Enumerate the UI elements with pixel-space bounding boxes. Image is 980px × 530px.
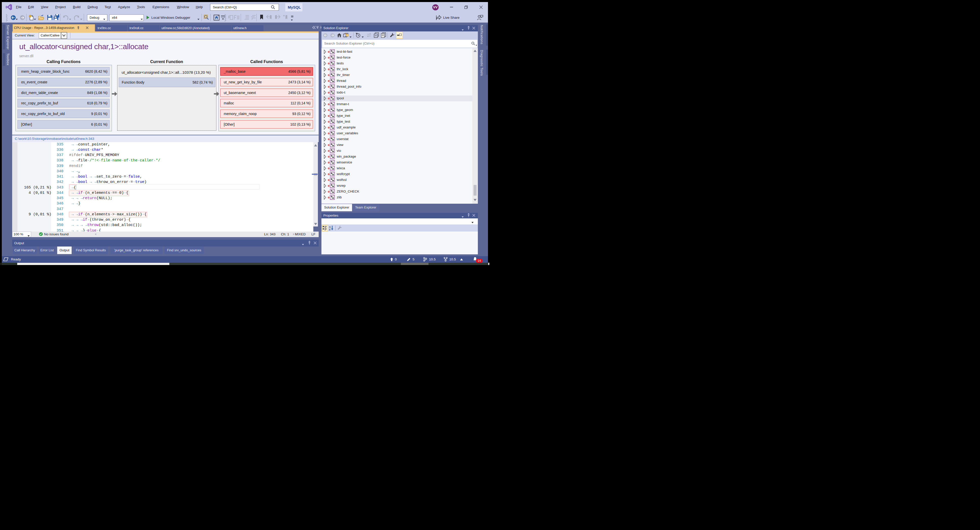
svg-text:Z: Z	[329, 228, 331, 231]
